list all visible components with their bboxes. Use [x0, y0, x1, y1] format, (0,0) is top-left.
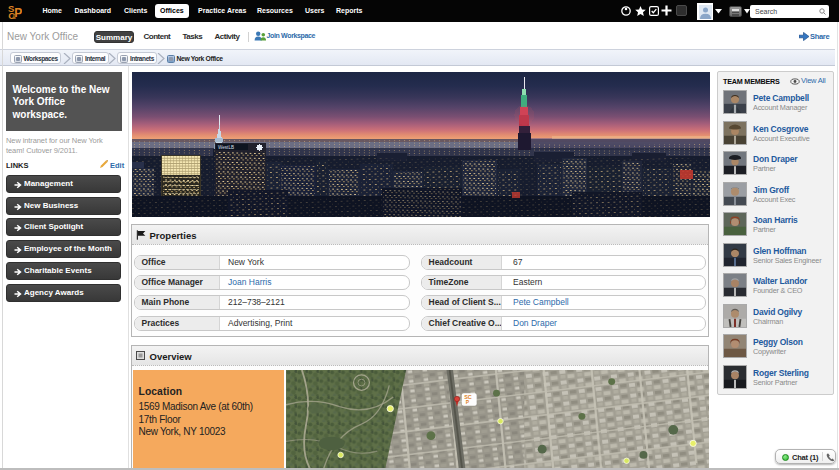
svg-text:WestLB: WestLB: [218, 145, 234, 150]
svg-text:&: &: [12, 14, 16, 19]
